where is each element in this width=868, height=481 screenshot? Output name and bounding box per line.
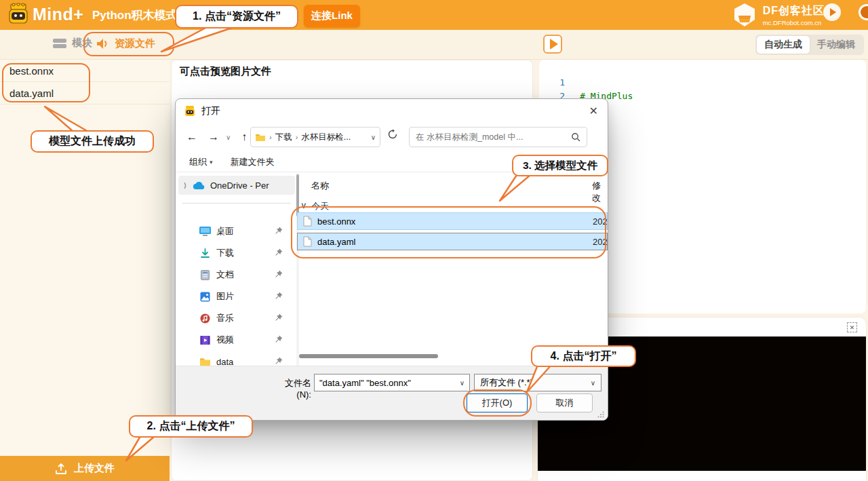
callout-upload-success: 模型文件上传成功 bbox=[31, 130, 154, 153]
nav-divider bbox=[182, 203, 291, 204]
nav-item-pictures[interactable]: 图片 bbox=[176, 286, 298, 307]
top-header-bar: Mind+ Python积木模式 连接Link DF创客社区 mc.DFRobo… bbox=[0, 0, 868, 30]
nav-item-label: 文档 bbox=[216, 269, 234, 281]
organize-menu[interactable]: 组织 bbox=[189, 156, 207, 168]
nav-item-desktop[interactable]: 桌面 bbox=[176, 220, 298, 242]
annotation-highlight-uploaded-files bbox=[2, 63, 90, 102]
onedrive-cloud-icon bbox=[192, 181, 205, 190]
videos-icon bbox=[199, 335, 211, 345]
nav-item-label: data bbox=[216, 357, 233, 366]
code-mode-switch: 自动生成 手动编辑 bbox=[755, 35, 864, 55]
nav-item-documents[interactable]: 文档 bbox=[176, 264, 298, 286]
upload-icon bbox=[55, 463, 67, 475]
callout-step4-text: 4. 点击“打开” bbox=[551, 349, 617, 364]
organize-caret-icon: ▾ bbox=[210, 159, 213, 166]
history-chevron-icon[interactable]: ∨ bbox=[226, 134, 231, 141]
resource-sidebar: best.onnx data.yaml bbox=[0, 60, 170, 456]
video-play-badge[interactable] bbox=[823, 3, 841, 21]
cancel-button-label: 取消 bbox=[556, 397, 574, 409]
dialog-footer: 文件名(N): "data.yaml" "best.onnx" ∨ 所有文件 (… bbox=[176, 366, 608, 421]
refresh-icon[interactable] bbox=[387, 129, 398, 140]
callout-step1: 1. 点击“资源文件” bbox=[175, 5, 298, 28]
pin-icon bbox=[275, 292, 283, 300]
dfrobot-hexagon-icon bbox=[730, 2, 759, 28]
preview-hint-text: 可点击预览图片文件 bbox=[180, 65, 271, 78]
expand-chevron-icon[interactable]: ⟩ bbox=[184, 182, 186, 189]
documents-icon bbox=[199, 270, 211, 280]
callout-step2: 2. 点击“上传文件” bbox=[129, 415, 253, 438]
logo-text: Mind+ bbox=[33, 5, 83, 24]
nav-item-label: 视频 bbox=[216, 334, 234, 346]
brand-name: DF创客社区 bbox=[763, 4, 825, 18]
mindplus-robot-icon bbox=[7, 3, 30, 26]
nav-item-onedrive[interactable]: ⟩ OneDrive - Per bbox=[178, 176, 295, 195]
pictures-icon bbox=[199, 292, 211, 302]
nav-item-label: 下载 bbox=[216, 247, 234, 259]
app-window: Mind+ Python积木模式 连接Link DF创客社区 mc.DFRobo… bbox=[0, 0, 868, 481]
dialog-title: 打开 bbox=[201, 105, 220, 117]
nav-item-label: 音乐 bbox=[216, 312, 234, 324]
pin-icon bbox=[275, 313, 283, 322]
manual-edit-toggle[interactable]: 手动编辑 bbox=[810, 36, 863, 54]
annotation-highlight-resources bbox=[83, 32, 174, 56]
search-input[interactable]: 在 水杯目标检测_model 中... bbox=[409, 127, 587, 147]
search-text: 在 水杯目标检测_model 中... bbox=[416, 132, 523, 143]
cancel-button[interactable]: 取消 bbox=[536, 393, 593, 412]
annotation-highlight-model-files bbox=[291, 206, 606, 258]
dialog-close-icon[interactable]: ✕ bbox=[589, 104, 598, 117]
column-header-name[interactable]: 名称 bbox=[311, 180, 329, 192]
pin-icon bbox=[275, 270, 283, 278]
desktop-icon bbox=[199, 227, 211, 236]
downloads-icon bbox=[199, 248, 211, 258]
nav-item-videos[interactable]: 视频 bbox=[176, 329, 298, 351]
column-header-modified[interactable]: 修改 bbox=[592, 180, 608, 204]
mindplus-logo[interactable]: Mind+ bbox=[7, 3, 83, 26]
nav-item-music[interactable]: 音乐 bbox=[176, 307, 298, 329]
upload-file-button[interactable]: 上传文件 bbox=[0, 456, 170, 481]
pin-icon bbox=[275, 227, 283, 235]
breadcrumb-downloads[interactable]: 下载 bbox=[275, 132, 292, 143]
filetype-dropdown-chevron: ∨ bbox=[591, 379, 595, 387]
filename-input[interactable]: "data.yaml" "best.onnx" ∨ bbox=[314, 374, 470, 391]
notification-badge[interactable] bbox=[859, 4, 868, 20]
callout-step4: 4. 点击“打开” bbox=[531, 345, 636, 367]
brand-url: mc.DFRobot.com.cn bbox=[763, 19, 822, 26]
address-chevron-icon[interactable]: ∨ bbox=[371, 134, 376, 141]
filename-value: "data.yaml" "best.onnx" bbox=[319, 378, 411, 388]
annotation-highlight-open-button bbox=[463, 389, 532, 417]
file-open-dialog: 打开 ✕ ← → ∨ ↑ › 下载 › 水杯目标检... ∨ bbox=[175, 98, 608, 421]
search-icon bbox=[571, 132, 580, 142]
address-bar[interactable]: › 下载 › 水杯目标检... ∨ bbox=[250, 127, 380, 147]
filename-dropdown-chevron[interactable]: ∨ bbox=[460, 379, 465, 387]
callout-step3-text: 3. 选择模型文件 bbox=[523, 159, 597, 173]
clear-terminal-icon[interactable]: ✕ bbox=[847, 322, 857, 332]
pin-icon bbox=[275, 335, 283, 343]
new-folder-button[interactable]: 新建文件夹 bbox=[231, 156, 275, 168]
horizontal-scrollbar-thumb[interactable] bbox=[299, 354, 438, 358]
breadcrumb-current-folder[interactable]: 水杯目标检... bbox=[301, 132, 351, 143]
connect-link-button[interactable]: 连接Link bbox=[304, 5, 360, 27]
mode-title: Python积木模式 bbox=[92, 7, 178, 23]
connect-link-label: 连接Link bbox=[311, 9, 353, 22]
callout-step3: 3. 选择模型文件 bbox=[512, 155, 608, 176]
breadcrumb-separator: › bbox=[296, 133, 298, 141]
dfrobot-brand[interactable]: DF创客社区 mc.DFRobot.com.cn bbox=[730, 2, 825, 28]
resize-grip-icon[interactable] bbox=[597, 411, 604, 418]
callout-upload-success-text: 模型文件上传成功 bbox=[49, 134, 136, 149]
back-icon[interactable]: ← bbox=[186, 131, 197, 143]
secondary-toolbar: 模块 资源文件 自动生成 手动编辑 bbox=[0, 30, 868, 60]
run-button[interactable] bbox=[543, 35, 562, 54]
dialog-titlebar[interactable]: 打开 ✕ bbox=[176, 99, 608, 123]
nav-item-data-folder[interactable]: data bbox=[176, 351, 298, 366]
nav-item-label: 图片 bbox=[216, 290, 234, 303]
blocks-icon bbox=[53, 37, 66, 50]
forward-icon[interactable]: → bbox=[208, 131, 219, 143]
folder-icon bbox=[199, 358, 211, 366]
up-icon[interactable]: ↑ bbox=[241, 131, 247, 143]
music-icon bbox=[199, 313, 211, 324]
callout-step1-text: 1. 点击“资源文件” bbox=[193, 9, 281, 24]
dialog-navbar: ← → ∨ ↑ › 下载 › 水杯目标检... ∨ 在 水杯目标检测_model bbox=[176, 123, 608, 151]
nav-item-downloads[interactable]: 下载 bbox=[176, 242, 298, 264]
filename-label: 文件名(N): bbox=[272, 377, 311, 400]
auto-generate-toggle[interactable]: 自动生成 bbox=[757, 36, 810, 54]
